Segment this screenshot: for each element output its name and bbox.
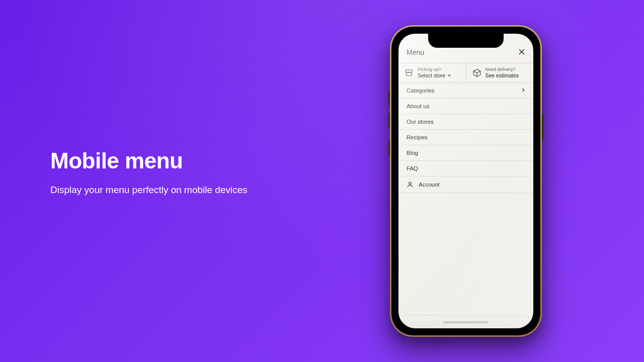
pickup-label-small: Picking up?	[418, 67, 451, 72]
user-icon	[407, 181, 414, 188]
notch	[428, 34, 504, 48]
pickup-selector[interactable]: Picking up? Select store	[398, 63, 466, 82]
menu-item-label: Categories	[407, 87, 435, 94]
fulfillment-row: Picking up? Select store	[398, 63, 533, 83]
menu-item-label: Account	[419, 182, 440, 188]
close-icon[interactable]	[518, 48, 525, 57]
package-icon	[472, 68, 481, 77]
delivery-label-big: See estimates	[486, 72, 519, 78]
delivery-selector[interactable]: Need delivery? See estimates	[466, 63, 534, 82]
menu-item-about[interactable]: About us	[398, 99, 533, 114]
pickup-label-big: Select store	[418, 72, 445, 78]
bottom-bar	[398, 315, 533, 328]
menu-item-label: About us	[407, 103, 429, 109]
menu-item-categories[interactable]: Categories	[398, 83, 533, 99]
menu-item-label: Recipes	[407, 134, 428, 140]
menu-title: Menu	[407, 48, 424, 56]
menu-item-blog[interactable]: Blog	[398, 145, 533, 161]
menu-list: Categories About us Our stores Recipes B…	[398, 83, 533, 193]
menu-item-label: Blog	[407, 150, 418, 156]
hero-subtitle: Display your menu perfectly on mobile de…	[50, 185, 248, 196]
home-indicator	[443, 321, 489, 323]
svg-point-2	[409, 182, 412, 185]
hero-text: Mobile menu Display your menu perfectly …	[50, 148, 248, 196]
menu-item-recipes[interactable]: Recipes	[398, 130, 533, 145]
phone-mockup: Menu Picking up?	[390, 25, 542, 337]
store-icon	[405, 68, 414, 77]
menu-item-account[interactable]: Account	[398, 176, 533, 193]
menu-item-faq[interactable]: FAQ	[398, 161, 533, 176]
hero-title: Mobile menu	[50, 148, 248, 173]
delivery-label-small: Need delivery?	[486, 67, 519, 72]
menu-item-stores[interactable]: Our stores	[398, 114, 533, 130]
menu-item-label: Our stores	[407, 119, 434, 125]
chevron-down-icon	[447, 73, 451, 77]
phone-bezel: Menu Picking up?	[391, 27, 540, 335]
chevron-right-icon	[521, 87, 525, 94]
phone-screen: Menu Picking up?	[398, 34, 533, 328]
menu-item-label: FAQ	[407, 165, 418, 171]
